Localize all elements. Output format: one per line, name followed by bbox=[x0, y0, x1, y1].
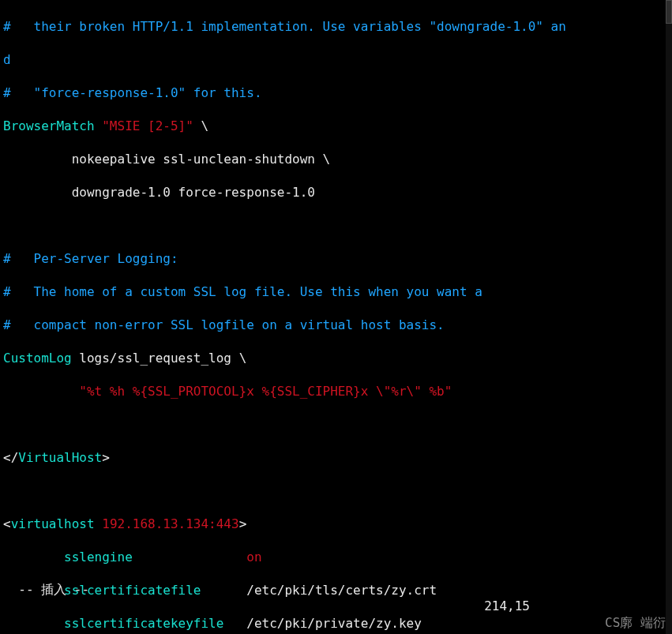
code-line: # compact non-error SSL logfile on a vir… bbox=[3, 317, 672, 333]
code-line: "%t %h %{SSL_PROTOCOL}x %{SSL_CIPHER}x \… bbox=[3, 383, 672, 400]
code-line: # their broken HTTP/1.1 implementation. … bbox=[3, 18, 672, 35]
tag-bracket: > bbox=[239, 516, 247, 531]
config-text: logs/ssl_request_log \ bbox=[72, 351, 247, 366]
directive: sslengine bbox=[3, 550, 133, 565]
comment-text: # "force-response-1.0" for this. bbox=[3, 85, 262, 100]
vim-status-bar: -- 插入 -- 214,15 CS廓 端衍 bbox=[0, 565, 672, 631]
code-line: BrowserMatch "MSIE [2-5]" \ bbox=[3, 118, 672, 134]
directive: BrowserMatch bbox=[3, 118, 95, 133]
config-text: downgrade-1.0 force-response-1.0 bbox=[3, 185, 315, 200]
vim-mode-indicator: -- 插入 -- bbox=[18, 581, 89, 598]
terminal-editor[interactable]: # their broken HTTP/1.1 implementation. … bbox=[0, 0, 672, 634]
code-line: # Per-Server Logging: bbox=[3, 250, 672, 267]
scroll-thumb[interactable] bbox=[666, 0, 672, 24]
string-literal: "MSIE [2-5]" bbox=[95, 118, 193, 133]
comment-text: # compact non-error SSL logfile on a vir… bbox=[3, 317, 445, 332]
directive: CustomLog bbox=[3, 351, 72, 366]
tag-name: VirtualHost bbox=[18, 450, 102, 465]
tag-bracket: </ bbox=[3, 450, 18, 465]
config-text: nokeepalive ssl-unclean-shutdown \ bbox=[3, 152, 330, 167]
vertical-scrollbar[interactable] bbox=[666, 0, 672, 634]
code-line: nokeepalive ssl-unclean-shutdown \ bbox=[3, 151, 672, 167]
comment-text: # The home of a custom SSL log file. Use… bbox=[3, 284, 482, 299]
comment-text: d bbox=[3, 52, 11, 67]
code-line: d bbox=[3, 51, 672, 68]
blank-line bbox=[3, 416, 672, 433]
blank-line bbox=[3, 482, 672, 499]
code-line: CustomLog logs/ssl_request_log \ bbox=[3, 350, 672, 366]
tag-bracket: < bbox=[3, 516, 11, 531]
code-line: downgrade-1.0 force-response-1.0 bbox=[3, 184, 672, 201]
tag-bracket: > bbox=[102, 450, 110, 465]
tag-name: virtualhost bbox=[11, 516, 95, 531]
value: on bbox=[246, 550, 261, 565]
line-cont: \ bbox=[193, 118, 208, 133]
spacer bbox=[133, 550, 247, 565]
blank-line bbox=[3, 217, 672, 234]
code-line: sslengine on bbox=[3, 549, 672, 565]
cursor-position: 214,15 bbox=[484, 598, 530, 614]
comment-text: # Per-Server Logging: bbox=[3, 251, 178, 266]
tag-arg: 192.168.13.134:443 bbox=[95, 516, 239, 531]
code-line: # "force-response-1.0" for this. bbox=[3, 84, 672, 101]
code-line: </VirtualHost> bbox=[3, 449, 672, 466]
code-line: <virtualhost 192.168.13.134:443> bbox=[3, 516, 672, 532]
code-line: # The home of a custom SSL log file. Use… bbox=[3, 283, 672, 300]
watermark-text: CS廓 端衍 bbox=[605, 614, 666, 631]
comment-text: # their broken HTTP/1.1 implementation. … bbox=[3, 19, 566, 34]
string-literal: "%t %h %{SSL_PROTOCOL}x %{SSL_CIPHER}x \… bbox=[3, 384, 452, 399]
